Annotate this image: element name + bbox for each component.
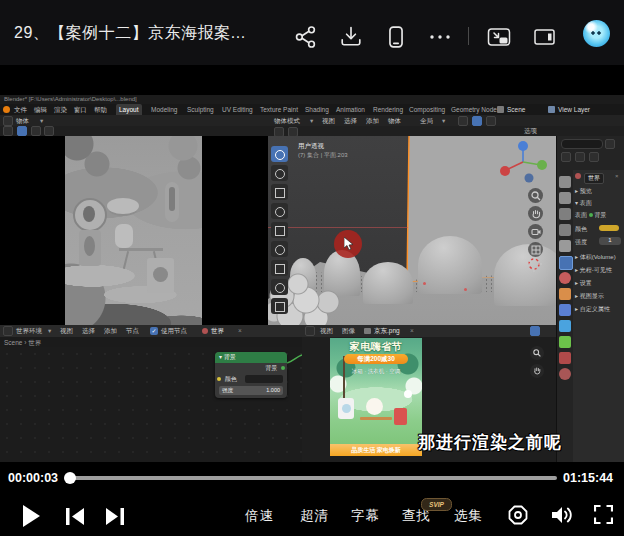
image-menu-image[interactable]: 图像: [342, 325, 355, 337]
tab-modifiers-icon[interactable]: [559, 304, 571, 316]
previous-episode-button[interactable]: [66, 508, 86, 529]
tab-output-icon[interactable]: [559, 208, 571, 220]
dock-window-icon[interactable]: [533, 26, 555, 48]
shader-editor-type-icon[interactable]: [3, 326, 13, 336]
panel-settings[interactable]: ▸ 设置: [575, 279, 592, 288]
panel-surface[interactable]: ▾ 表面: [575, 199, 592, 208]
pan-hand-icon[interactable]: [528, 206, 543, 221]
shader-menu-select[interactable]: 选择: [82, 325, 95, 337]
tool-move[interactable]: [271, 184, 288, 200]
subtitles-button[interactable]: 字幕: [351, 507, 380, 525]
left-mode-dropdown[interactable]: 物体: [16, 115, 29, 126]
image-menu-view[interactable]: 视图: [320, 325, 333, 337]
workspace-tab-uv-editing[interactable]: UV Editing: [219, 104, 256, 115]
tab-particles-icon[interactable]: [559, 352, 571, 364]
workspace-tab-sculpting[interactable]: Sculpting: [184, 104, 217, 115]
world-id-field[interactable]: 世界: [211, 325, 224, 337]
outliner-filter-icon[interactable]: [605, 139, 615, 149]
play-button[interactable]: [22, 505, 40, 531]
share-icon[interactable]: [295, 26, 317, 48]
progress-track[interactable]: [66, 476, 557, 480]
orientation-dropdown[interactable]: 全局: [420, 115, 433, 126]
shader-unlink-icon[interactable]: ×: [238, 325, 242, 337]
tab-scene-icon[interactable]: [559, 240, 571, 252]
options-dropdown[interactable]: 选项: [524, 126, 537, 136]
edge-select-mode-icon[interactable]: [31, 126, 41, 136]
video-area[interactable]: Blender* [F:\Users\Administrator\Desktop…: [0, 65, 624, 462]
surface-value-row[interactable]: 表面 背景: [575, 211, 606, 220]
speed-button[interactable]: 倍速: [245, 507, 274, 525]
color-row[interactable]: 颜色: [575, 225, 587, 234]
view-layer-selector[interactable]: View Layer: [558, 104, 590, 115]
workspace-tab-rendering[interactable]: Rendering: [370, 104, 406, 115]
unlink-icon[interactable]: ×: [615, 173, 619, 179]
strength-slider[interactable]: 1: [599, 237, 621, 245]
node-canvas[interactable]: ▾ 背景 背景 颜色 强度: [0, 347, 302, 462]
menu-edit[interactable]: 编辑: [34, 104, 47, 115]
progress-thumb[interactable]: [64, 472, 76, 484]
face-select-mode-icon[interactable]: [44, 126, 54, 136]
vp-menu-object[interactable]: 物体: [388, 115, 401, 126]
tool-rotate[interactable]: [271, 203, 288, 219]
shader-menu-node[interactable]: 节点: [126, 325, 139, 337]
outliner-object-icon[interactable]: [575, 152, 585, 162]
tab-render-icon[interactable]: [559, 192, 571, 204]
quality-button[interactable]: 超清: [300, 507, 329, 525]
panel-preview[interactable]: ▸ 预览: [575, 187, 592, 196]
navigation-gizmo[interactable]: [498, 140, 548, 186]
zoom-viewport-icon[interactable]: [528, 188, 543, 203]
editor-type-icon[interactable]: [3, 116, 13, 126]
tab-material-icon[interactable]: [559, 272, 571, 284]
panel-custom-properties[interactable]: ▸ 自定义属性: [575, 305, 610, 314]
camera-viewport[interactable]: [0, 136, 268, 325]
shader-editor[interactable]: 世界环境 ▾ 视图 选择 添加 节点 ✓ 使用节点 世界 × Scene › 世…: [0, 325, 302, 462]
image-unlink-icon[interactable]: ×: [410, 325, 414, 337]
workspace-tab-texture-paint[interactable]: Texture Paint: [257, 104, 301, 115]
object-select-mode-icon[interactable]: [17, 126, 27, 136]
proportional-edit-icon[interactable]: [472, 116, 482, 126]
next-episode-button[interactable]: [104, 508, 124, 529]
outliner-mesh-icon[interactable]: [589, 152, 599, 162]
shader-menu-view[interactable]: 视图: [60, 325, 73, 337]
workspace-tab-animation[interactable]: Animation: [333, 104, 368, 115]
menu-render[interactable]: 渲染: [54, 104, 67, 115]
tool-select-box[interactable]: [271, 146, 288, 162]
tool-add-cube[interactable]: [271, 298, 288, 314]
tab-world-icon-active[interactable]: [559, 256, 573, 270]
episodes-button[interactable]: 选集: [454, 507, 483, 525]
use-nodes-label[interactable]: 使用节点: [161, 325, 187, 337]
background-node-header[interactable]: ▾ 背景: [215, 352, 287, 363]
workspace-tab-compositing[interactable]: Compositing: [406, 104, 448, 115]
image-zoom-icon[interactable]: [530, 346, 544, 360]
outliner-collection-icon[interactable]: [561, 152, 571, 162]
background-node[interactable]: ▾ 背景 背景 颜色 强度: [215, 352, 287, 398]
assistant-avatar[interactable]: [583, 20, 610, 47]
image-pan-icon[interactable]: [530, 364, 544, 378]
scene-selector[interactable]: Scene: [507, 104, 525, 115]
vp-menu-add[interactable]: 添加: [366, 115, 379, 126]
tool-transform[interactable]: [271, 241, 288, 257]
grid-toggle-icon[interactable]: [528, 242, 543, 257]
blender-logo-icon[interactable]: [3, 106, 10, 113]
workspace-tab-shading[interactable]: Shading: [302, 104, 332, 115]
vp-menu-select[interactable]: 选择: [344, 115, 357, 126]
tab-texture-icon[interactable]: [559, 368, 571, 380]
tab-physics-icon[interactable]: [559, 320, 571, 332]
camera-view-icon[interactable]: [528, 224, 543, 239]
image-pin-active-icon[interactable]: [530, 326, 540, 336]
tool-cursor[interactable]: [271, 165, 288, 181]
color-swatch[interactable]: [599, 225, 619, 231]
volume-icon[interactable]: [551, 505, 574, 529]
workspace-tab-modeling[interactable]: Modeling: [148, 104, 180, 115]
node-strength-slider[interactable]: 强度 1.000: [219, 386, 283, 395]
tool-measure[interactable]: [271, 279, 288, 295]
fullscreen-icon[interactable]: [594, 505, 613, 528]
strength-row[interactable]: 强度 1: [575, 238, 587, 247]
phone-icon[interactable]: [385, 26, 407, 48]
menu-file[interactable]: 文件: [14, 104, 27, 115]
workspace-tab-layout[interactable]: Layout: [116, 104, 142, 115]
snap-icon[interactable]: [458, 116, 468, 126]
tab-tool-icon[interactable]: [559, 176, 571, 188]
shader-menu-add[interactable]: 添加: [104, 325, 117, 337]
record-icon[interactable]: [508, 505, 528, 529]
